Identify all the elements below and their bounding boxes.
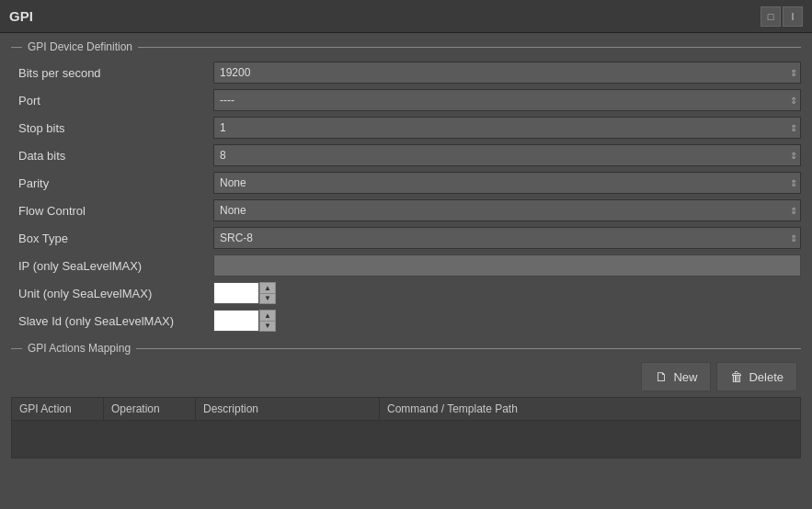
slave-id-spinner: ▲ ▼ <box>213 310 276 332</box>
main-window: GPI □ I GPI Device Definition Bits per s… <box>0 0 812 509</box>
actions-mapping-section: GPI Actions Mapping 🗋 New 🗑 Delete GPI A… <box>11 342 801 458</box>
data-bits-label: Data bits <box>11 149 213 163</box>
ip-group: IP (only SeaLevelMAX) <box>11 254 801 277</box>
col-description: Description <box>196 398 380 420</box>
unit-spinner: ▲ ▼ <box>213 282 276 304</box>
maximize-button[interactable]: I <box>783 6 803 27</box>
data-bits-group: Data bits 8 7 <box>11 143 801 167</box>
box-type-group: Box Type SRC-8 SeaLevelMAX <box>11 226 801 250</box>
col-gpi-action: GPI Action <box>12 398 104 420</box>
data-bits-select[interactable]: 8 7 <box>213 144 801 166</box>
window-controls: □ I <box>761 6 803 27</box>
delete-button-label: Delete <box>749 370 783 384</box>
unit-group: Unit (only SeaLevelMAX) ▲ ▼ <box>11 281 801 305</box>
device-definition-section-header: GPI Device Definition <box>11 40 801 53</box>
flow-control-label: Flow Control <box>11 204 213 218</box>
device-definition-label: GPI Device Definition <box>28 40 132 53</box>
unit-decrement-button[interactable]: ▼ <box>259 293 276 304</box>
minimize-button[interactable]: □ <box>761 6 781 27</box>
unit-spinner-buttons: ▲ ▼ <box>259 282 276 304</box>
data-bits-select-wrapper: 8 7 <box>213 144 801 166</box>
slave-id-input[interactable] <box>213 310 259 332</box>
parity-label: Parity <box>11 176 213 190</box>
bits-per-second-select-wrapper: 19200 9600 38400 57600 115200 <box>213 62 801 84</box>
actions-mapping-section-header: GPI Actions Mapping <box>11 342 801 355</box>
delete-icon: 🗑 <box>730 369 743 384</box>
parity-select-wrapper: None Odd Even <box>213 172 801 194</box>
title-bar: GPI □ I <box>0 0 812 33</box>
port-select[interactable]: ---- <box>213 89 801 111</box>
new-button-label: New <box>673 370 697 384</box>
stop-bits-select-wrapper: 1 2 <box>213 117 801 139</box>
table-header: GPI Action Operation Description Command… <box>12 398 800 421</box>
bits-per-second-label: Bits per second <box>11 66 213 80</box>
slave-id-group: Slave Id (only SeaLevelMAX) ▲ ▼ <box>11 309 801 333</box>
flow-control-group: Flow Control None XON/XOFF RTS/CTS <box>11 198 801 222</box>
port-group: Port ---- <box>11 88 801 112</box>
stop-bits-label: Stop bits <box>11 121 213 135</box>
col-command-path: Command / Template Path <box>380 398 800 420</box>
flow-control-select[interactable]: None XON/XOFF RTS/CTS <box>213 199 801 221</box>
bits-per-second-select[interactable]: 19200 9600 38400 57600 115200 <box>213 62 801 84</box>
parity-select[interactable]: None Odd Even <box>213 172 801 194</box>
slave-id-increment-button[interactable]: ▲ <box>259 310 276 321</box>
actions-mapping-label: GPI Actions Mapping <box>28 342 131 355</box>
unit-input[interactable] <box>213 282 259 304</box>
unit-label: Unit (only SeaLevelMAX) <box>11 287 213 300</box>
slave-id-spinner-buttons: ▲ ▼ <box>259 310 276 332</box>
new-button[interactable]: 🗋 New <box>641 362 711 391</box>
port-label: Port <box>11 94 213 107</box>
ip-input[interactable] <box>213 254 801 277</box>
box-type-select-wrapper: SRC-8 SeaLevelMAX <box>213 227 801 249</box>
parity-group: Parity None Odd Even <box>11 171 801 195</box>
content-area: GPI Device Definition Bits per second 19… <box>0 33 812 509</box>
box-type-label: Box Type <box>11 232 213 245</box>
new-icon: 🗋 <box>655 369 668 384</box>
flow-control-select-wrapper: None XON/XOFF RTS/CTS <box>213 199 801 221</box>
slave-id-label: Slave Id (only SeaLevelMAX) <box>11 314 213 328</box>
actions-table: GPI Action Operation Description Command… <box>11 397 801 458</box>
actions-toolbar: 🗋 New 🗑 Delete <box>11 362 801 391</box>
unit-increment-button[interactable]: ▲ <box>259 282 276 293</box>
window-title: GPI <box>9 8 33 24</box>
delete-button[interactable]: 🗑 Delete <box>716 362 797 391</box>
stop-bits-group: Stop bits 1 2 <box>11 116 801 140</box>
col-operation: Operation <box>104 398 196 420</box>
ip-label: IP (only SeaLevelMAX) <box>11 259 213 273</box>
box-type-select[interactable]: SRC-8 SeaLevelMAX <box>213 227 801 249</box>
slave-id-decrement-button[interactable]: ▼ <box>259 321 276 332</box>
port-select-wrapper: ---- <box>213 89 801 111</box>
stop-bits-select[interactable]: 1 2 <box>213 117 801 139</box>
bits-per-second-group: Bits per second 19200 9600 38400 57600 1… <box>11 61 801 85</box>
table-body <box>12 421 800 458</box>
